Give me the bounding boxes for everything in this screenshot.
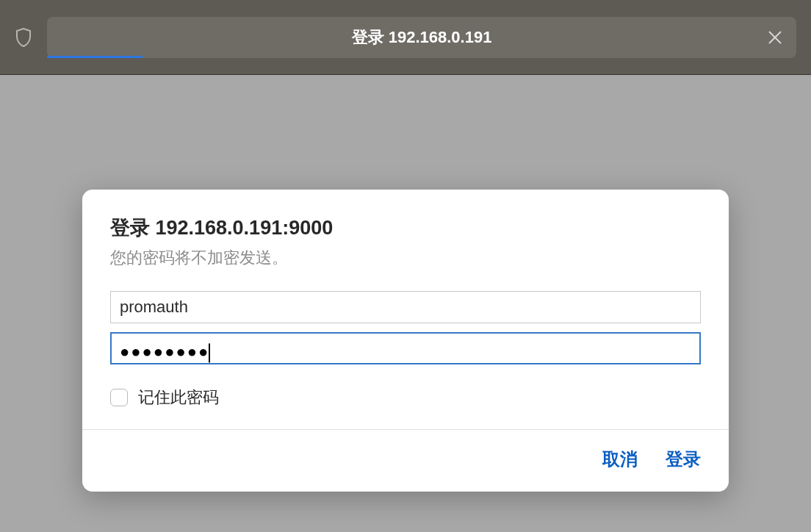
remember-password-label: 记住此密码 (138, 387, 219, 409)
browser-top-bar: 登录 192.168.0.191 (0, 0, 811, 75)
address-bar[interactable]: 登录 192.168.0.191 (47, 17, 796, 58)
login-dialog: 登录 192.168.0.191:9000 您的密码将不加密发送。 ●●●●●●… (82, 190, 729, 492)
password-input[interactable] (110, 332, 701, 364)
cancel-button[interactable]: 取消 (602, 447, 638, 471)
username-input[interactable] (110, 291, 701, 323)
dialog-body: 登录 192.168.0.191:9000 您的密码将不加密发送。 ●●●●●●… (82, 190, 729, 429)
remember-password-checkbox[interactable] (110, 389, 128, 406)
address-bar-text: 登录 192.168.0.191 (352, 26, 492, 48)
remember-password-row: 记住此密码 (110, 387, 701, 409)
login-button[interactable]: 登录 (666, 447, 701, 471)
loading-progress-bar (47, 56, 143, 58)
dialog-subtitle: 您的密码将不加密发送。 (110, 247, 701, 269)
shield-icon[interactable] (15, 29, 32, 46)
modal-overlay: 登录 192.168.0.191:9000 您的密码将不加密发送。 ●●●●●●… (0, 75, 811, 532)
dialog-title: 登录 192.168.0.191:9000 (110, 215, 701, 241)
close-icon[interactable] (764, 26, 786, 48)
dialog-footer: 取消 登录 (82, 429, 729, 492)
